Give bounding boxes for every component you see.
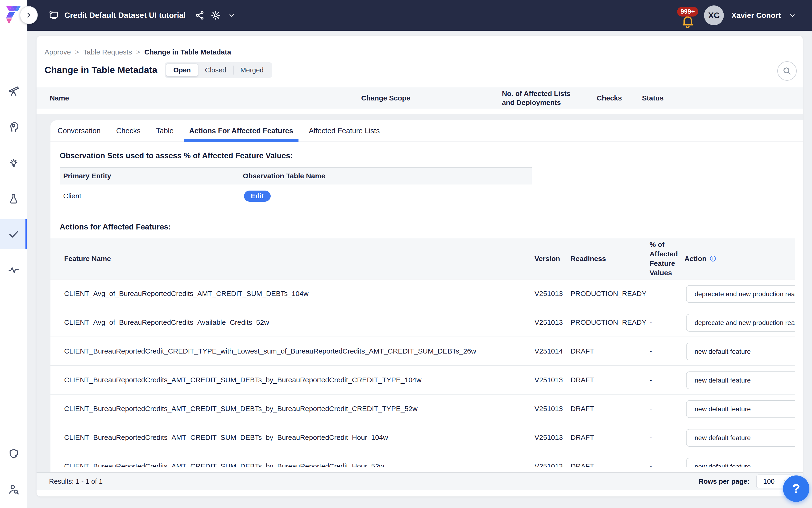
column-pct-affected: % of Affected Feature Values [649,238,681,279]
sidebar-item-idea[interactable] [0,149,27,178]
feature-row: CLIENT_BureauReportedCredits_AMT_CREDIT_… [50,423,795,452]
sidebar-item-user-search[interactable] [0,474,27,504]
idea-bulb-icon [7,157,20,169]
request-table-header: NameChange ScopeNo. of Affected Lists an… [37,87,803,109]
rows-per-page-label: Rows per page: [698,477,750,485]
breadcrumb-item: Change in Table Metadata [144,48,231,56]
feature-name: CLIENT_BureauReportedCredits_AMT_CREDIT_… [64,452,384,467]
feature-readiness: DRAFT [571,394,594,423]
column-action: Action [684,238,717,279]
feature-row: CLIENT_Avg_of_BureauReportedCredits_Avai… [50,308,795,337]
feature-row: CLIENT_BureauReportedCredits_AMT_CREDIT_… [50,452,795,467]
activity-pulse-icon [7,264,20,276]
feature-readiness: DRAFT [571,423,594,452]
primary-entity-value: Client [63,184,81,208]
sidebar-item-experiment[interactable] [0,184,27,214]
feature-version: V251014 [535,337,563,365]
action-dropdown[interactable]: new default feature [686,400,795,418]
notification-count-badge: 999+ [677,7,698,16]
sidebar-item-activity[interactable] [0,255,27,285]
feature-rows-viewport: CLIENT_Avg_of_BureauReportedCredits_AMT_… [50,280,795,467]
action-dropdown[interactable]: new default feature [686,343,795,361]
sidebar-item-shield[interactable] [0,439,27,469]
request-column-1: Name [50,87,333,109]
user-search-icon [7,483,20,496]
tab-table[interactable]: Table [156,120,174,141]
feature-row: CLIENT_BureauReportedCredits_AMT_CREDIT_… [50,394,795,423]
project-chevron-down-icon[interactable] [226,10,237,21]
feature-version: V251013 [535,394,563,423]
feature-pct-affected: - [649,280,652,308]
info-icon[interactable] [709,255,717,262]
feature-name: CLIENT_Avg_of_BureauReportedCredits_Avai… [64,308,269,337]
main-content: Approve>Table Requests>Change in Table M… [27,31,812,508]
feature-pct-affected: - [649,366,652,394]
feature-version: V251013 [535,452,563,467]
sidebar-collapse-button[interactable] [20,6,38,24]
request-column-2: Change Scope [361,87,479,109]
sidebar-item-mind[interactable] [0,112,27,142]
action-dropdown[interactable]: deprecate and new production ready fe [686,285,795,303]
breadcrumb-separator: > [136,48,140,56]
tab-affected-feature-lists[interactable]: Affected Feature Lists [309,120,380,141]
observation-table: Primary Entity Observation Table Name Cl… [60,167,532,208]
settings-gear-icon[interactable] [210,10,221,21]
feature-name: CLIENT_Avg_of_BureauReportedCredits_AMT_… [64,280,309,308]
mind-gear-icon [7,121,20,133]
feature-version: V251013 [535,280,563,308]
tab-checks[interactable]: Checks [116,120,140,141]
tab-actions-for-affected-features[interactable]: Actions For Affected Features [189,120,293,141]
feature-version: V251013 [535,366,563,394]
feature-version: V251013 [535,308,563,337]
column-version: Version [535,238,560,279]
sidebar-item-approve[interactable] [0,219,27,249]
affected-features-table: Feature Name Version Readiness % of Affe… [50,238,795,467]
filter-closed[interactable]: Closed [198,64,233,76]
action-dropdown[interactable]: deprecate and new production ready fe [686,314,795,332]
search-icon [782,66,792,76]
request-detail-card: ConversationChecksTableActions For Affec… [50,120,803,472]
edit-button[interactable]: Edit [244,190,271,202]
user-menu-chevron-icon[interactable] [787,10,798,21]
feature-pct-affected: - [649,452,652,467]
telescope-icon [8,85,19,97]
notifications-bell[interactable]: 999+ [679,4,698,27]
breadcrumb-item[interactable]: Table Requests [83,48,132,56]
feature-readiness: DRAFT [571,452,594,467]
status-filter: OpenClosedMerged [165,62,272,78]
action-dropdown[interactable]: new default feature [686,372,795,389]
filter-open[interactable]: Open [166,64,198,76]
feature-pct-affected: - [649,337,652,365]
feature-row: CLIENT_BureauReportedCredits_AMT_CREDIT_… [50,366,795,394]
feature-readiness: DRAFT [571,337,594,365]
feature-pct-affected: - [649,308,652,337]
sidebar-item-telescope[interactable] [0,76,27,106]
top-navbar: Credit Default Dataset UI tutorial 999+ [27,0,812,31]
feature-row: CLIENT_BureauReportedCredit_CREDIT_TYPE_… [50,337,795,366]
feature-row: CLIENT_Avg_of_BureauReportedCredits_AMT_… [50,280,795,308]
user-avatar[interactable]: XC [704,5,724,25]
column-primary-entity: Primary Entity [63,168,111,184]
feature-name: CLIENT_BureauReportedCredits_AMT_CREDIT_… [64,366,421,394]
experiment-flask-icon [8,193,19,205]
action-dropdown[interactable]: new default feature [686,458,795,467]
request-card: Approve>Table Requests>Change in Table M… [37,36,803,497]
share-icon[interactable] [194,10,205,21]
project-title: Credit Default Dataset UI tutorial [64,11,186,20]
user-name: Xavier Conort [731,11,781,20]
tab-conversation[interactable]: Conversation [57,120,101,141]
search-button[interactable] [777,61,797,81]
filter-merged[interactable]: Merged [233,64,271,76]
feature-name: CLIENT_BureauReportedCredits_AMT_CREDIT_… [64,423,388,452]
feature-readiness: DRAFT [571,366,594,394]
action-dropdown[interactable]: new default feature [686,429,795,447]
request-column-3: No. of Affected Lists and Deployments [502,87,584,109]
help-button[interactable]: ? [783,475,809,502]
expanded-row-band: ConversationChecksTableActions For Affec… [37,114,803,472]
column-feature-name: Feature Name [64,238,111,279]
page-title: Change in Table Metadata [45,65,157,75]
feature-name: CLIENT_BureauReportedCredits_AMT_CREDIT_… [64,394,417,423]
breadcrumb-item[interactable]: Approve [45,48,71,56]
feature-pct-affected: - [649,423,652,452]
observation-row: Client Edit [60,184,532,208]
